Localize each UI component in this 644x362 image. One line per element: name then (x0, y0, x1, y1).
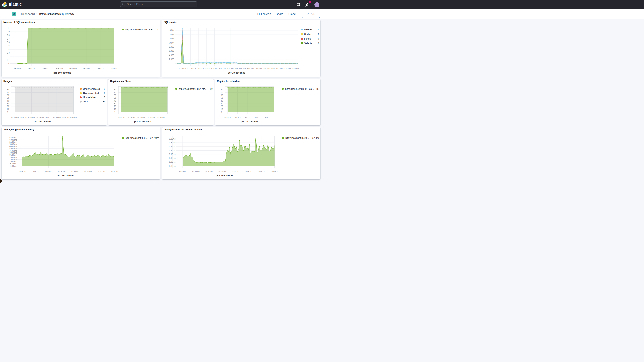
svg-text:0: 0 (7, 111, 8, 113)
svg-text:15:58:00: 15:58:00 (157, 116, 165, 118)
svg-text:15:56:00: 15:56:00 (244, 170, 252, 172)
svg-text:60: 60 (7, 94, 9, 96)
svg-text:15:46:00: 15:46:00 (18, 170, 26, 172)
svg-text:per 10 seconds: per 10 seconds (57, 174, 74, 177)
svg-text:15:52:00: 15:52:00 (55, 68, 63, 70)
svg-text:70: 70 (220, 91, 223, 94)
svg-text:0.15ms: 0.15ms (169, 153, 176, 155)
svg-text:50: 50 (7, 97, 9, 99)
svg-text:0.35ms: 0.35ms (169, 138, 176, 140)
svg-text:15:58:00: 15:58:00 (96, 68, 104, 70)
svg-text:50: 50 (220, 97, 223, 99)
svg-text:0.1: 0.1 (7, 59, 10, 61)
svg-text:80: 80 (7, 89, 9, 91)
svg-text:60: 60 (114, 94, 116, 96)
svg-text:15:55:00: 15:55:00 (147, 116, 155, 118)
svg-text:15.00ms: 15.00ms (10, 158, 17, 160)
svg-text:15:46:00: 15:46:00 (118, 116, 125, 118)
svg-text:16:00:00: 16:00:00 (70, 116, 77, 118)
svg-text:15:58:00: 15:58:00 (275, 68, 282, 70)
svg-text:per 10 seconds: per 10 seconds (134, 120, 152, 123)
svg-text:14,000: 14,000 (168, 34, 174, 36)
svg-text:16:00:00: 16:00:00 (271, 170, 278, 172)
svg-text:15:59:00: 15:59:00 (284, 68, 290, 70)
svg-text:15:54:00: 15:54:00 (71, 170, 78, 172)
svg-text:0.9: 0.9 (7, 31, 10, 33)
svg-text:25.00ms: 25.00ms (10, 154, 17, 156)
svg-text:0.4: 0.4 (7, 48, 10, 50)
svg-text:15:57:00: 15:57:00 (267, 68, 274, 70)
svg-text:15:48:00: 15:48:00 (195, 68, 202, 70)
svg-text:40.00ms: 40.00ms (10, 148, 17, 150)
svg-text:per 10 seconds: per 10 seconds (34, 120, 51, 123)
svg-text:5.00ms: 5.00ms (10, 163, 16, 165)
svg-text:15:46:00: 15:46:00 (14, 68, 22, 70)
svg-text:15:47:00: 15:47:00 (187, 68, 194, 70)
svg-text:15:58:00: 15:58:00 (264, 116, 271, 118)
svg-text:0.05ms: 0.05ms (169, 161, 176, 163)
svg-text:40: 40 (7, 100, 9, 102)
svg-text:4,000: 4,000 (169, 54, 174, 56)
svg-text:16:00:00: 16:00:00 (292, 68, 299, 70)
svg-text:15:56:00: 15:56:00 (53, 116, 60, 118)
svg-text:50: 50 (114, 97, 116, 99)
svg-text:15:50:00: 15:50:00 (28, 116, 35, 118)
svg-text:30: 30 (7, 102, 9, 105)
svg-text:70: 70 (114, 91, 116, 94)
svg-text:15:53:00: 15:53:00 (235, 68, 242, 70)
svg-text:40: 40 (220, 100, 223, 102)
svg-text:15:54:00: 15:54:00 (243, 68, 250, 70)
svg-text:15:52:00: 15:52:00 (36, 116, 44, 118)
svg-text:60: 60 (220, 94, 223, 96)
svg-text:0.10ms: 0.10ms (169, 157, 176, 159)
svg-text:20: 20 (114, 105, 116, 107)
svg-text:16:00:00: 16:00:00 (110, 68, 118, 70)
svg-text:15:46:00: 15:46:00 (178, 68, 186, 70)
svg-text:15:46:00: 15:46:00 (224, 116, 232, 118)
svg-text:15:54:00: 15:54:00 (44, 116, 52, 118)
svg-text:15:52:00: 15:52:00 (227, 68, 234, 70)
svg-text:20: 20 (7, 105, 9, 107)
svg-text:0.2: 0.2 (7, 55, 10, 58)
svg-text:0: 0 (171, 62, 172, 64)
svg-text:20.00ms: 20.00ms (10, 156, 17, 158)
svg-text:80: 80 (220, 89, 223, 91)
svg-text:60.00ms: 60.00ms (10, 139, 17, 141)
svg-text:10: 10 (114, 108, 116, 110)
svg-text:40: 40 (114, 100, 116, 102)
svg-text:0.20ms: 0.20ms (169, 150, 176, 152)
svg-text:0.30ms: 0.30ms (169, 142, 176, 144)
svg-text:0.25ms: 0.25ms (169, 146, 176, 148)
svg-text:15:56:00: 15:56:00 (259, 68, 266, 70)
svg-text:80: 80 (114, 89, 116, 91)
svg-text:15:49:00: 15:49:00 (127, 116, 135, 118)
svg-text:30: 30 (220, 102, 223, 105)
svg-text:2,000: 2,000 (169, 58, 174, 60)
svg-text:50.00ms: 50.00ms (10, 143, 17, 145)
svg-text:15:52:00: 15:52:00 (218, 170, 226, 172)
svg-text:0: 0 (114, 111, 116, 113)
svg-text:15:52:00: 15:52:00 (244, 116, 251, 118)
svg-text:15:50:00: 15:50:00 (205, 170, 212, 172)
svg-text:15:46:00: 15:46:00 (11, 116, 18, 118)
svg-text:0: 0 (8, 62, 9, 64)
svg-text:0.00ms: 0.00ms (10, 165, 16, 167)
svg-text:10,000: 10,000 (168, 42, 174, 44)
svg-text:15:54:00: 15:54:00 (231, 170, 239, 172)
svg-text:15:54:00: 15:54:00 (69, 68, 76, 70)
svg-text:15:55:00: 15:55:00 (251, 68, 258, 70)
svg-text:65.00ms: 65.00ms (10, 137, 17, 139)
svg-text:15:58:00: 15:58:00 (258, 170, 265, 172)
svg-text:30: 30 (114, 102, 116, 105)
svg-text:0.8: 0.8 (7, 34, 10, 36)
svg-text:12,000: 12,000 (168, 38, 174, 40)
svg-text:15:48:00: 15:48:00 (192, 170, 199, 172)
svg-text:0.6: 0.6 (7, 41, 10, 43)
svg-text:15:50:00: 15:50:00 (45, 170, 52, 172)
svg-text:15:52:00: 15:52:00 (137, 116, 145, 118)
svg-text:per 10 seconds: per 10 seconds (216, 174, 234, 177)
svg-text:10.00ms: 10.00ms (10, 160, 17, 163)
svg-text:per 10 seconds: per 10 seconds (241, 120, 258, 123)
svg-text:0.5: 0.5 (7, 45, 10, 47)
svg-text:30.00ms: 30.00ms (10, 152, 17, 154)
